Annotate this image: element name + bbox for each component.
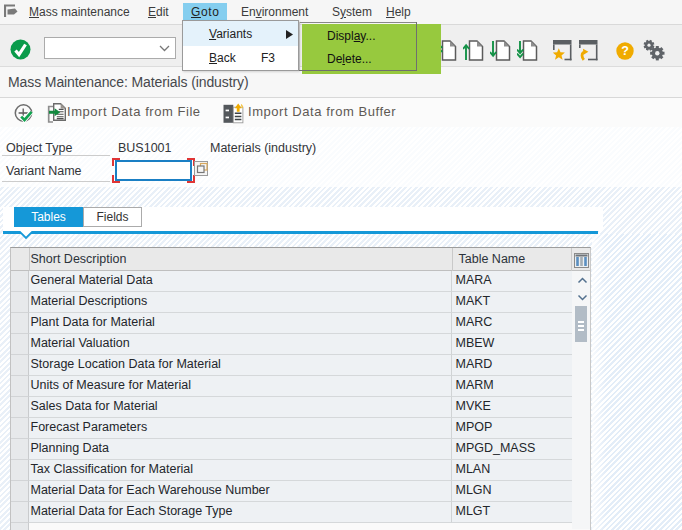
svg-text:?: ? bbox=[621, 44, 629, 58]
